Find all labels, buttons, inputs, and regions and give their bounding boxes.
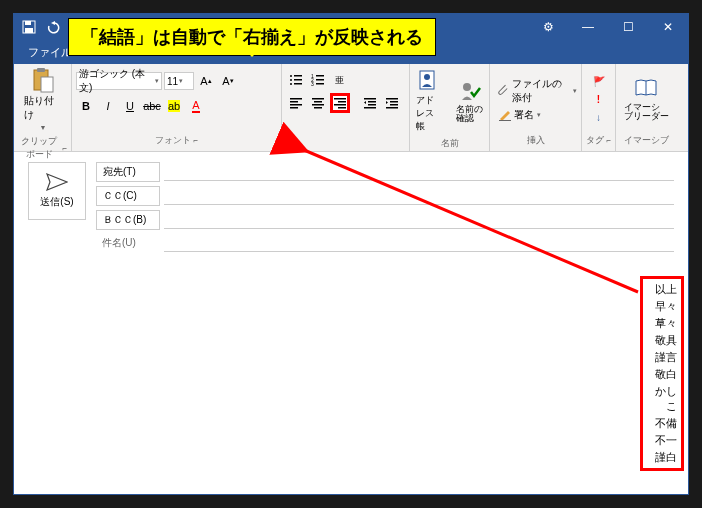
- attach-file-button[interactable]: ファイルの添付▾: [498, 77, 577, 105]
- cc-button[interactable]: ＣＣ(C): [96, 186, 160, 206]
- svg-point-10: [290, 83, 292, 85]
- italic-button[interactable]: I: [98, 96, 118, 116]
- signature-button[interactable]: 署名▾: [498, 108, 541, 122]
- svg-rect-32: [368, 104, 376, 106]
- close-button[interactable]: ✕: [648, 14, 688, 40]
- follow-up-button[interactable]: 🚩: [591, 73, 607, 89]
- high-importance-button[interactable]: !: [591, 91, 607, 107]
- font-name-select[interactable]: 游ゴシック (本文)▾: [76, 72, 162, 90]
- svg-rect-17: [316, 83, 324, 85]
- names-group: アドレス帳 名前の 確認 名前: [410, 64, 490, 151]
- ime-candidate[interactable]: 不一: [645, 432, 679, 449]
- svg-rect-13: [316, 75, 324, 77]
- ime-candidate[interactable]: 早々: [645, 298, 679, 315]
- svg-point-40: [463, 83, 471, 91]
- options-button[interactable]: ⚙: [528, 14, 568, 40]
- increase-indent-button[interactable]: [382, 93, 402, 113]
- svg-rect-5: [41, 77, 53, 92]
- ime-candidate[interactable]: 謹言: [645, 349, 679, 366]
- chevron-down-icon: ▼: [40, 124, 47, 131]
- header-fields: 宛先(T) ＣＣ(C) ＢＣＣ(B) 件名(U): [96, 162, 674, 256]
- align-center-button[interactable]: [308, 93, 328, 113]
- font-color-button[interactable]: A: [186, 96, 206, 116]
- decrease-indent-button[interactable]: [360, 93, 380, 113]
- svg-rect-19: [290, 101, 298, 103]
- group-label: イマーシブ: [620, 132, 672, 149]
- paste-button[interactable]: 貼り付け ▼: [18, 66, 67, 133]
- ime-candidate[interactable]: かしこ: [645, 383, 679, 415]
- ime-candidate[interactable]: 敬具: [645, 332, 679, 349]
- align-left-button[interactable]: [286, 93, 306, 113]
- group-label: クリップボード⌐: [18, 133, 67, 163]
- shrink-font-button[interactable]: A▾: [218, 71, 238, 91]
- to-button[interactable]: 宛先(T): [96, 162, 160, 182]
- bcc-button[interactable]: ＢＣＣ(B): [96, 210, 160, 230]
- maximize-button[interactable]: ☐: [608, 14, 648, 40]
- immersive-reader-button[interactable]: イマーシ ブリーダー: [618, 75, 675, 123]
- svg-rect-34: [386, 98, 398, 100]
- ime-candidate[interactable]: 謹白: [645, 449, 679, 466]
- bcc-input[interactable]: [164, 211, 674, 229]
- group-label: タグ⌐: [586, 132, 611, 149]
- paperclip-icon: [498, 84, 510, 98]
- save-button[interactable]: [18, 16, 40, 38]
- address-book-button[interactable]: アドレス帳: [410, 66, 446, 135]
- ime-candidate[interactable]: 草々: [645, 315, 679, 332]
- svg-rect-36: [390, 104, 398, 106]
- ruby-button[interactable]: 亜: [330, 70, 350, 90]
- svg-rect-1: [25, 21, 31, 25]
- send-button[interactable]: 送信(S): [28, 162, 86, 220]
- svg-rect-37: [386, 107, 398, 109]
- tags-group: 🚩 ! ↓ タグ⌐: [582, 64, 616, 151]
- grow-font-button[interactable]: A▴: [196, 71, 216, 91]
- group-label: 名前: [414, 135, 485, 152]
- subject-label: 件名(U): [96, 236, 160, 250]
- minimize-button[interactable]: —: [568, 14, 608, 40]
- svg-point-6: [290, 75, 292, 77]
- check-names-icon: [458, 79, 482, 103]
- group-label: [286, 135, 405, 149]
- svg-rect-21: [290, 107, 298, 109]
- undo-button[interactable]: [42, 16, 64, 38]
- outlook-window: ▼ ⚙ — ☐ ✕ ファイル 貼り付け ▼ クリップボード⌐: [13, 13, 689, 495]
- underline-button[interactable]: U: [120, 96, 140, 116]
- subject-input[interactable]: [164, 234, 674, 252]
- immersive-group: イマーシ ブリーダー イマーシブ: [616, 64, 676, 151]
- svg-text:3: 3: [311, 81, 314, 87]
- check-names-button[interactable]: 名前の 確認: [450, 77, 489, 125]
- bold-button[interactable]: B: [76, 96, 96, 116]
- low-importance-button[interactable]: ↓: [591, 109, 607, 125]
- ime-candidate[interactable]: 敬白: [645, 366, 679, 383]
- svg-rect-29: [338, 107, 346, 109]
- svg-rect-11: [294, 83, 302, 85]
- svg-rect-15: [316, 79, 324, 81]
- clipboard-group: 貼り付け ▼ クリップボード⌐: [14, 64, 72, 151]
- svg-rect-23: [314, 101, 322, 103]
- svg-rect-26: [334, 98, 346, 100]
- highlight-button[interactable]: ab: [164, 96, 184, 116]
- group-label: フォント⌐: [76, 132, 277, 149]
- strikethrough-button[interactable]: abc: [142, 96, 162, 116]
- ime-candidate-list: 以上早々草々敬具謹言敬白かしこ不備不一謹白: [640, 276, 684, 471]
- ime-candidate[interactable]: 不備: [645, 415, 679, 432]
- svg-rect-4: [37, 68, 45, 72]
- font-size-select[interactable]: 11▾: [164, 72, 194, 90]
- paste-label: 貼り付け: [24, 94, 61, 122]
- ime-candidate[interactable]: 以上: [645, 281, 679, 298]
- svg-rect-25: [314, 107, 322, 109]
- svg-rect-31: [368, 101, 376, 103]
- svg-rect-22: [312, 98, 324, 100]
- book-icon: [634, 77, 658, 101]
- send-icon: [46, 173, 68, 191]
- to-input[interactable]: [164, 163, 674, 181]
- group-label: 挿入: [494, 132, 577, 149]
- align-right-button[interactable]: [330, 93, 350, 113]
- numbering-button[interactable]: 123: [308, 70, 328, 90]
- annotation-callout: 「結語」は自動で「右揃え」が反映される: [68, 18, 436, 56]
- insert-group: ファイルの添付▾ 署名▾ 挿入: [490, 64, 582, 151]
- bullets-button[interactable]: [286, 70, 306, 90]
- cc-input[interactable]: [164, 187, 674, 205]
- svg-rect-9: [294, 79, 302, 81]
- paragraph-group: 123 亜: [282, 64, 410, 151]
- svg-rect-20: [290, 104, 302, 106]
